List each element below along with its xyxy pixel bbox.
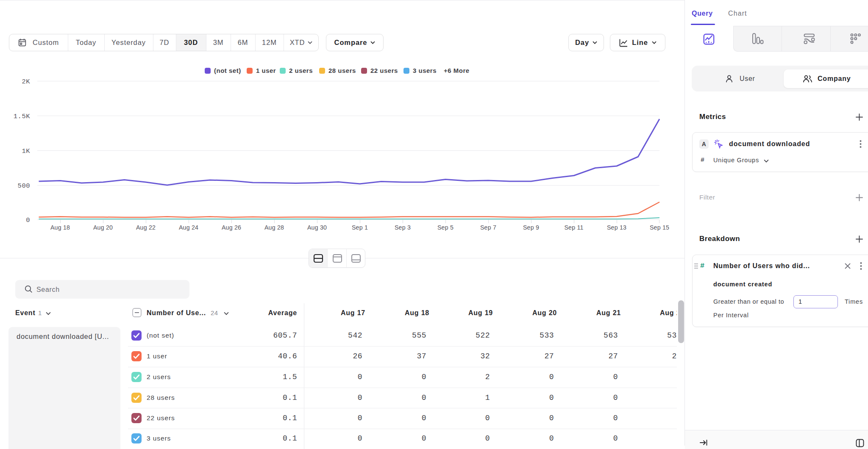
svg-text:Sep 7: Sep 7 (480, 224, 496, 231)
svg-text:500: 500 (18, 182, 30, 190)
svg-text:Sep 11: Sep 11 (564, 224, 583, 231)
svg-text:Aug 28: Aug 28 (264, 224, 284, 231)
svg-text:Aug 20: Aug 20 (93, 224, 113, 231)
svg-text:2K: 2K (22, 78, 30, 86)
svg-text:Sep 13: Sep 13 (607, 224, 626, 231)
svg-text:0: 0 (26, 216, 30, 224)
svg-text:Sep 3: Sep 3 (395, 224, 411, 231)
svg-text:Aug 26: Aug 26 (222, 224, 241, 231)
svg-text:Aug 24: Aug 24 (179, 224, 198, 231)
svg-text:Sep 1: Sep 1 (352, 224, 368, 231)
svg-text:1K: 1K (22, 147, 30, 155)
svg-text:Aug 22: Aug 22 (136, 224, 156, 231)
svg-text:Sep 9: Sep 9 (523, 224, 539, 231)
svg-text:1.5K: 1.5K (14, 113, 30, 120)
svg-text:Aug 30: Aug 30 (307, 224, 327, 231)
svg-text:Aug 18: Aug 18 (50, 224, 70, 231)
svg-text:Sep 15: Sep 15 (650, 224, 669, 231)
svg-text:Sep 5: Sep 5 (437, 224, 453, 231)
